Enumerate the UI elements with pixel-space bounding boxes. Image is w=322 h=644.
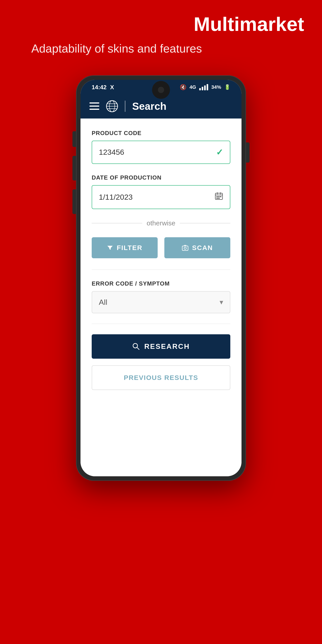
product-code-label: PRODUCT CODE: [92, 130, 230, 137]
page-title: Multimarket: [194, 14, 304, 35]
hamburger-line-2: [90, 106, 99, 107]
phone-outer: 14:42 X 🔇 4G: [76, 75, 246, 481]
product-code-group: PRODUCT CODE 123456 ✓: [92, 130, 230, 164]
status-bar-right: 🔇 4G 34% 🔋: [180, 84, 230, 90]
filter-button-label: FILTER: [117, 244, 142, 252]
action-buttons-row: FILTER SCAN: [92, 237, 230, 258]
status-bar: 14:42 X 🔇 4G: [80, 80, 242, 94]
divider-row: otherwise: [92, 219, 230, 227]
chevron-down-icon: ▾: [220, 298, 223, 306]
research-button[interactable]: RESEARCH: [92, 334, 230, 359]
status-x-indicator: X: [110, 84, 114, 91]
svg-rect-9: [216, 196, 218, 197]
phone-volume-down: [72, 190, 76, 214]
error-code-label: ERROR CODE / SYMPTOM: [92, 280, 230, 287]
svg-rect-12: [216, 198, 218, 199]
hamburger-menu-icon[interactable]: [90, 102, 99, 110]
hamburger-line-1: [90, 102, 99, 104]
page-header: Multimarket Adaptability of skins and fe…: [0, 0, 322, 62]
search-icon: [132, 342, 140, 350]
phone-power-button: [246, 142, 250, 162]
section-divider-2: [92, 324, 230, 324]
error-code-value: All: [99, 298, 107, 306]
phone-volume-up: [72, 156, 76, 180]
divider-text: otherwise: [147, 219, 175, 227]
prev-results-label: PREVIOUS RESULTS: [124, 374, 198, 382]
filter-button[interactable]: FILTER: [92, 237, 158, 258]
battery-percent: 34%: [211, 84, 221, 90]
error-code-select[interactable]: All ▾: [92, 291, 230, 313]
svg-rect-14: [182, 246, 188, 250]
scan-button[interactable]: SCAN: [164, 237, 230, 258]
research-button-label: RESEARCH: [144, 342, 190, 350]
battery-icon: 🔋: [224, 84, 230, 90]
previous-results-button[interactable]: PREVIOUS RESULTS: [92, 366, 230, 390]
scan-button-label: SCAN: [192, 244, 213, 252]
product-code-input[interactable]: 123456 ✓: [92, 141, 230, 164]
bar4: [206, 84, 208, 90]
valid-check-icon: ✓: [216, 147, 223, 157]
error-code-group: ERROR CODE / SYMPTOM All ▾: [92, 280, 230, 313]
app-bar-title: Search: [132, 100, 166, 112]
camera-dot: [158, 87, 164, 93]
divider-left: [92, 223, 142, 224]
bar3: [204, 86, 206, 90]
svg-rect-11: [220, 196, 222, 197]
hamburger-line-3: [90, 109, 99, 110]
mute-icon: 🔇: [180, 84, 186, 90]
date-group: DATE OF PRODUCTION 1/11/2023: [92, 174, 230, 209]
bar1: [199, 88, 201, 90]
signal-bars-icon: [199, 84, 208, 90]
camera-notch: [152, 81, 170, 99]
date-input[interactable]: 1/11/2023: [92, 185, 230, 209]
content-area: PRODUCT CODE 123456 ✓ DATE OF PRODUCTION…: [80, 118, 242, 476]
divider-right: [180, 223, 230, 224]
scan-icon: [182, 245, 188, 251]
section-divider-1: [92, 270, 230, 270]
calendar-icon: [215, 192, 223, 202]
svg-rect-10: [218, 196, 220, 197]
phone-volume-mute: [72, 131, 76, 147]
phone-mockup: 14:42 X 🔇 4G: [76, 75, 246, 481]
filter-icon: [107, 245, 113, 251]
phone-screen: 14:42 X 🔇 4G: [80, 80, 242, 476]
svg-line-17: [137, 348, 139, 350]
date-value: 1/11/2023: [99, 193, 132, 202]
app-bar-divider: [125, 100, 126, 112]
status-bar-left: 14:42 X: [92, 84, 114, 91]
network-4g: 4G: [190, 84, 196, 90]
page-subtitle: Adaptability of skins and features: [18, 42, 304, 55]
product-code-value: 123456: [99, 148, 124, 156]
status-time: 14:42: [92, 84, 107, 91]
globe-logo-icon: [106, 100, 118, 112]
bar2: [202, 87, 203, 90]
svg-rect-13: [218, 198, 220, 199]
date-label: DATE OF PRODUCTION: [92, 174, 230, 181]
svg-point-15: [184, 247, 186, 249]
